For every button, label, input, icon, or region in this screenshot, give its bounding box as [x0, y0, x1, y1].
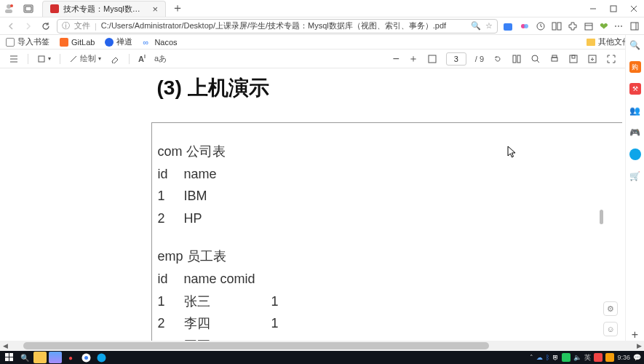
rail-cart-icon[interactable]: 🛒	[629, 170, 641, 182]
url-field[interactable]: ⓘ 文件 | C:/Users/Administrator/Desktop/上课…	[57, 19, 498, 33]
svg-rect-29	[552, 55, 557, 58]
svg-point-26	[532, 55, 538, 61]
fit-page-icon[interactable]	[427, 54, 437, 64]
start-button[interactable]	[3, 352, 16, 363]
favorite-star-icon[interactable]: ☆	[485, 21, 493, 31]
close-window-button[interactable]	[624, 0, 644, 17]
float-settings-icon[interactable]: ⚙	[603, 301, 618, 316]
back-button[interactable]	[4, 20, 17, 33]
rail-add-icon[interactable]: +	[629, 329, 641, 341]
app-taskbar-icon[interactable]	[49, 352, 62, 363]
table-row: 1张三1	[158, 290, 295, 313]
rail-game-icon[interactable]: 🎮	[629, 127, 641, 138]
table-row: 2李四1	[158, 312, 295, 335]
new-tab-button[interactable]: ＋	[172, 1, 183, 16]
svg-rect-31	[572, 55, 575, 58]
toolbar-actions: ❤ ⋯	[502, 20, 640, 32]
svg-rect-34	[5, 353, 9, 357]
section-heading: (3) 上机演示	[157, 74, 559, 102]
read-aloud-icon[interactable]: aあ	[154, 53, 167, 64]
pdf-toolbar: ▾ 绘制▾ AI aあ − ＋ / 9	[0, 50, 644, 68]
edge-taskbar-icon[interactable]	[95, 352, 108, 363]
scroll-right-arrow-icon[interactable]: ▶	[634, 341, 644, 351]
forward-button[interactable]	[22, 20, 35, 33]
rail-shopping-icon[interactable]: 购	[629, 61, 641, 73]
draw-dropdown[interactable]: 绘制▾	[69, 53, 101, 64]
tab-close-icon[interactable]: ×	[152, 4, 158, 15]
tray-app1-icon[interactable]	[594, 353, 603, 362]
tray-onedrive-icon[interactable]: ☁	[536, 354, 543, 361]
hscroll-thumb[interactable]	[23, 342, 489, 349]
extensions-icon[interactable]	[568, 21, 578, 31]
tray-bluetooth-icon[interactable]: ᛒ	[546, 354, 549, 361]
user-avatar-icon[interactable]	[3, 3, 17, 15]
save-as-icon[interactable]	[587, 54, 597, 64]
bookmark-nacos[interactable]: ∞Nacos	[143, 38, 177, 47]
search-taskbar-icon[interactable]: 🔍	[18, 352, 31, 363]
more-menu-icon[interactable]: ⋯	[614, 21, 624, 31]
address-bar: ⓘ 文件 | C:/Users/Administrator/Desktop/上课…	[0, 17, 644, 35]
save-icon[interactable]	[568, 54, 579, 64]
horizontal-scrollbar[interactable]: ◀ ▶	[0, 341, 644, 351]
svg-point-11	[524, 24, 528, 28]
record-taskbar-icon[interactable]: ●	[64, 352, 77, 363]
gitlab-icon	[60, 38, 68, 47]
svg-rect-6	[611, 6, 616, 12]
refresh-extension-icon[interactable]	[536, 21, 546, 31]
bookmarks-bar: 导入书签 GitLab 禅道 ∞Nacos 其他文件夹	[0, 35, 644, 50]
zoom-indicator-icon[interactable]: 🔍	[471, 21, 481, 31]
url-path: C:/Users/Administrator/Desktop/上课录屏/学生/技…	[101, 20, 466, 31]
copilot-icon[interactable]	[520, 21, 530, 31]
task-view-icon[interactable]	[23, 4, 33, 14]
windows-taskbar: 🔍 ● ˄ ☁ ᛒ ⛨ 🔈 英 9:36 💬	[0, 351, 644, 364]
tray-ime-label[interactable]: 英	[584, 353, 591, 363]
tray-time[interactable]: 9:36	[617, 354, 630, 361]
contents-icon[interactable]	[9, 54, 19, 64]
svg-rect-36	[5, 357, 9, 361]
svg-rect-15	[585, 23, 592, 30]
tray-volume-icon[interactable]: 🔈	[573, 354, 581, 361]
find-icon[interactable]	[530, 54, 541, 64]
chrome-taskbar-icon[interactable]	[79, 352, 92, 363]
scroll-left-arrow-icon[interactable]: ◀	[0, 341, 10, 351]
pdf-viewport[interactable]: (3) 上机演示 com 公司表 idname 1IBM 2HP emp 员工表…	[0, 68, 622, 341]
erase-icon[interactable]	[110, 55, 120, 63]
system-tray: ˄ ☁ ᛒ ⛨ 🔈 英 9:36 💬	[530, 353, 641, 363]
browser-tab[interactable]: 技术专题：Mysql数据库（视图… ×	[42, 1, 166, 17]
svg-point-0	[7, 4, 11, 9]
sidebar-toggle-icon[interactable]	[629, 21, 640, 31]
rail-outlook-icon[interactable]	[629, 149, 641, 160]
page-number-input[interactable]	[446, 52, 466, 66]
tray-chevron-icon[interactable]: ˄	[530, 354, 533, 361]
tray-security-icon[interactable]: ⛨	[552, 354, 559, 361]
page-view-icon[interactable]	[512, 54, 522, 64]
minimize-button[interactable]	[583, 0, 603, 17]
highlight-dropdown[interactable]: ▾	[37, 55, 51, 63]
bookmark-zendao[interactable]: 禅道	[105, 36, 132, 47]
print-icon[interactable]	[549, 54, 560, 64]
performance-icon[interactable]: ❤	[600, 20, 608, 32]
bookmark-gitlab[interactable]: GitLab	[60, 38, 95, 47]
svg-rect-17	[631, 23, 638, 30]
rotate-icon[interactable]	[493, 54, 503, 64]
float-feedback-icon[interactable]: ☺	[603, 322, 618, 336]
rail-tools-icon[interactable]: ⚒	[629, 83, 641, 95]
maximize-button[interactable]	[603, 0, 624, 17]
collections-icon[interactable]	[584, 21, 594, 31]
tray-wechat-icon[interactable]	[562, 353, 571, 362]
tray-app2-icon[interactable]	[605, 353, 614, 362]
zoom-out-button[interactable]: −	[392, 52, 399, 66]
import-bookmarks-button[interactable]: 导入书签	[6, 36, 49, 47]
explorer-taskbar-icon[interactable]	[33, 352, 47, 363]
text-tool-icon[interactable]: AI	[138, 54, 146, 63]
tray-notifications-icon[interactable]: 💬	[633, 354, 641, 361]
reload-button[interactable]	[39, 20, 52, 33]
fullscreen-icon[interactable]	[606, 54, 616, 64]
rail-people-icon[interactable]: 👥	[629, 105, 641, 116]
split-screen-icon[interactable]	[552, 21, 562, 31]
zoom-in-button[interactable]: ＋	[408, 52, 418, 66]
rail-search-icon[interactable]: 🔍	[629, 39, 641, 51]
vertical-scrollbar[interactable]	[600, 137, 603, 317]
downloads-icon[interactable]	[502, 20, 514, 32]
svg-rect-22	[39, 56, 44, 62]
